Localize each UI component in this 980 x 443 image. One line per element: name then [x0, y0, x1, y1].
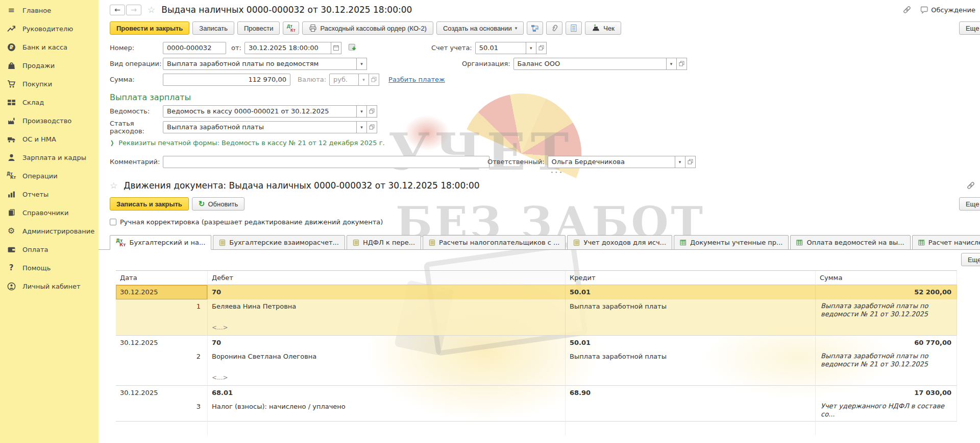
- structure-links-button[interactable]: [527, 21, 543, 35]
- cash-order-print-button[interactable]: Расходный кассовый ордер (КО-2): [302, 21, 433, 35]
- date-field[interactable]: 30.12.2025 18:00:00: [244, 42, 331, 54]
- cell-comment[interactable]: Выплата заработной платы по ведомости № …: [816, 349, 957, 371]
- cell-debit-account[interactable]: 70: [208, 335, 566, 349]
- responsible-field[interactable]: Ольга Бердечникова: [548, 156, 675, 168]
- window-splitter[interactable]: ∙∙∙: [99, 169, 980, 176]
- more-button[interactable]: Еще▾: [959, 21, 980, 35]
- cell-debit-subconto[interactable]: Налог (взносы): начислено / уплачено: [208, 400, 566, 421]
- cell-sum[interactable]: 52 200,00: [816, 285, 957, 299]
- more-button[interactable]: Еще▾: [959, 197, 980, 211]
- link-icon[interactable]: [966, 181, 975, 190]
- nav-forward-button[interactable]: →: [126, 5, 141, 15]
- cell-debit-account[interactable]: 70: [208, 285, 566, 299]
- discussion-button[interactable]: Обсуждение: [920, 6, 975, 14]
- cell-date[interactable]: 30.12.2025: [116, 335, 208, 349]
- calendar-button[interactable]: [331, 42, 341, 54]
- organization-field[interactable]: Баланс ООО: [513, 58, 667, 70]
- sidebar-item-reports[interactable]: Отчеты: [0, 185, 99, 203]
- tab-income-accounting[interactable]: Учет доходов для исч...: [567, 235, 672, 250]
- set-current-date-button[interactable]: [348, 43, 357, 53]
- cell-empty[interactable]: [116, 321, 208, 335]
- sidebar-item-main[interactable]: ≡ Главное: [0, 1, 99, 19]
- cell-comment[interactable]: Учет удержанного НДФЛ в составе со...: [816, 400, 957, 421]
- expense-item-field[interactable]: Выплата заработной платы: [163, 121, 357, 133]
- account-field[interactable]: 50.01: [475, 42, 526, 54]
- number-field[interactable]: 0000-000032: [163, 42, 226, 54]
- cell-date[interactable]: 30.12.2025: [116, 385, 208, 400]
- cell-subconto-more[interactable]: <...>: [208, 371, 566, 385]
- attachments-button[interactable]: [546, 21, 562, 35]
- sidebar-item-purchases[interactable]: Покупки: [0, 75, 99, 93]
- cell-sum[interactable]: 60 770,00: [816, 335, 957, 349]
- sidebar-item-bank-cash[interactable]: ₽ Банк и касса: [0, 38, 99, 56]
- refresh-button[interactable]: ↻ Обновить: [192, 197, 244, 211]
- link-icon[interactable]: [902, 5, 912, 14]
- cell-date[interactable]: 30.12.2025: [116, 285, 208, 299]
- expense-dropdown-button[interactable]: ▾: [356, 121, 367, 133]
- cell-empty[interactable]: [208, 421, 566, 435]
- vedomost-dropdown-button[interactable]: ▾: [356, 105, 367, 118]
- account-dropdown-button[interactable]: ▾: [526, 42, 536, 54]
- tab-ndfl[interactable]: НДФЛ к пере...: [347, 235, 421, 250]
- vedomost-field[interactable]: Ведомость в кассу 0000-000021 от 30.12.2…: [163, 105, 357, 118]
- favorite-star-icon[interactable]: ☆: [148, 5, 155, 15]
- manual-adjustment-checkbox[interactable]: [110, 219, 116, 225]
- cell-debit-subconto[interactable]: Воронина Светлана Олеговна: [208, 349, 566, 371]
- split-payment-link[interactable]: Разбить платеж: [388, 76, 445, 83]
- cell-row-number[interactable]: 3: [116, 400, 208, 421]
- save-and-close-button[interactable]: Записать и закрыть: [110, 197, 189, 211]
- cell-credit-account[interactable]: 50.01: [566, 285, 816, 299]
- sidebar-item-payment[interactable]: Оплата: [0, 240, 99, 259]
- sidebar-item-operations[interactable]: ДтКт Операции: [0, 167, 99, 185]
- cell-comment[interactable]: Выплата заработной платы по ведомости № …: [816, 299, 957, 321]
- sidebar-item-help[interactable]: ? Помощь: [0, 259, 99, 277]
- create-based-on-button[interactable]: Создать на основании▾: [436, 21, 524, 35]
- cell-debit-subconto[interactable]: Беляева Нина Петровна: [208, 299, 566, 321]
- sidebar-item-account[interactable]: Личный кабинет: [0, 277, 99, 295]
- cell-empty[interactable]: [566, 421, 816, 435]
- post-and-close-button[interactable]: Провести и закрыть: [110, 21, 189, 35]
- cell-empty[interactable]: [816, 421, 957, 435]
- sidebar-item-production[interactable]: Производство: [0, 111, 99, 130]
- cell-empty[interactable]: [116, 371, 208, 385]
- sum-field[interactable]: 112 970,00: [163, 74, 290, 86]
- cell-row-number[interactable]: 1: [116, 299, 208, 321]
- show-postings-button[interactable]: ДтКт: [283, 21, 299, 35]
- tab-accrual-calculation[interactable]: Расчет начисления н...: [912, 235, 980, 250]
- cell-empty[interactable]: [566, 321, 816, 335]
- responsible-open-button[interactable]: [685, 156, 696, 168]
- cell-sum[interactable]: 17 030,00: [816, 385, 957, 400]
- nav-back-button[interactable]: ←: [110, 5, 125, 15]
- tab-accounted-documents[interactable]: Документы учтенные пр...: [674, 235, 789, 250]
- save-button[interactable]: Записать: [192, 21, 234, 35]
- cell-credit-account[interactable]: 50.01: [566, 335, 816, 349]
- post-button[interactable]: Провести: [237, 21, 280, 35]
- cell-empty[interactable]: [566, 371, 816, 385]
- sidebar-item-os-nma[interactable]: ОС и НМА: [0, 130, 99, 148]
- operation-dropdown-button[interactable]: ▾: [356, 58, 367, 70]
- sidebar-item-directories[interactable]: Справочники: [0, 203, 99, 222]
- comment-input[interactable]: [163, 156, 489, 168]
- account-open-button[interactable]: [536, 42, 547, 54]
- cell-debit-account[interactable]: 68.01: [208, 385, 566, 400]
- cell-row-number[interactable]: 2: [116, 349, 208, 371]
- cell-credit-subconto[interactable]: Выплата заработной платы: [566, 349, 816, 371]
- currency-dropdown-button[interactable]: ▾: [358, 74, 369, 86]
- cell-empty[interactable]: [116, 421, 208, 435]
- tab-taxpayer-settlements[interactable]: Расчеты налогоплательщиков с ...: [423, 235, 566, 250]
- sidebar-item-manager[interactable]: Руководителю: [0, 19, 99, 38]
- table-more-button[interactable]: Еще▾: [961, 253, 980, 266]
- register-list-button[interactable]: [566, 21, 582, 35]
- tab-mutual-settlements[interactable]: Бухгалтерские взаиморасчет...: [213, 235, 345, 250]
- cell-credit-subconto[interactable]: Выплата заработной платы: [566, 299, 816, 321]
- expense-open-button[interactable]: [366, 121, 377, 133]
- cell-credit-subconto[interactable]: [566, 400, 816, 421]
- cell-empty[interactable]: [816, 371, 957, 385]
- vedomost-open-button[interactable]: [366, 105, 377, 118]
- sidebar-item-administration[interactable]: ⚙ Администрирование: [0, 222, 99, 240]
- cell-subconto-more[interactable]: <...>: [208, 321, 566, 335]
- sidebar-item-warehouse[interactable]: Склад: [0, 93, 99, 111]
- print-form-requisites-link[interactable]: ❯ Реквизиты печатной формы: Ведомость в …: [110, 139, 980, 147]
- operation-type-field[interactable]: Выплата заработной платы по ведомостям: [163, 58, 357, 70]
- cell-empty[interactable]: [816, 321, 957, 335]
